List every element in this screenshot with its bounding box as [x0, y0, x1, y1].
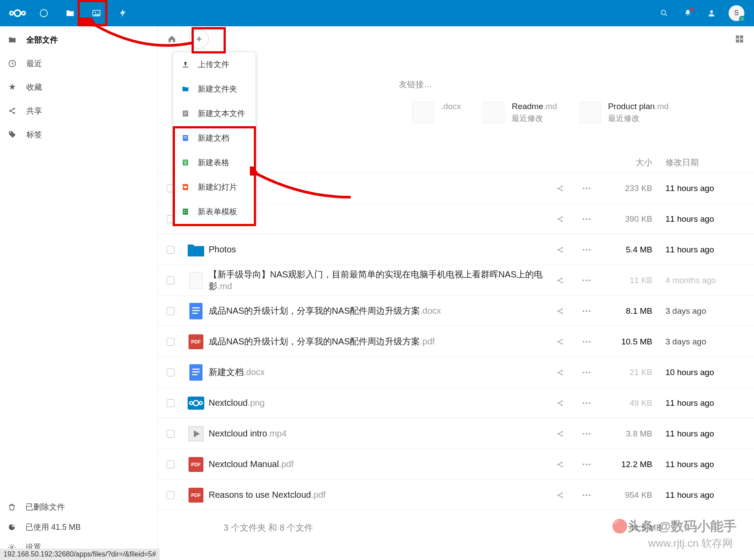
more-icon[interactable]	[573, 340, 600, 343]
file-row[interactable]: PDFReasons to use Nextcloud.pdf954 KB11 …	[158, 479, 754, 510]
more-icon[interactable]	[573, 310, 600, 312]
file-row[interactable]: 【新手级导向】NAS观影入门，目前最简单的实现在电脑手机电视上看群晖NAS上的电…	[158, 265, 754, 295]
file-row[interactable]: PDF成品NAS的升级计划，分享我的NAS配件周边升级方案.pdf10.5 MB…	[158, 326, 754, 357]
dashboard-app-icon[interactable]	[31, 0, 57, 26]
file-date: 11 hours ago	[665, 429, 744, 439]
share-icon[interactable]	[547, 215, 573, 223]
file-name[interactable]: Photos	[209, 245, 547, 255]
row-checkbox[interactable]	[158, 461, 183, 468]
row-checkbox[interactable]	[158, 276, 183, 284]
svg-point-12	[10, 132, 11, 134]
svg-point-42	[586, 280, 587, 281]
file-name[interactable]: 成品NAS的升级计划，分享我的NAS配件周边升级方案.pdf	[209, 336, 547, 347]
form-icon	[181, 207, 190, 216]
file-name[interactable]: 成品NAS的升级计划，分享我的NAS配件周边升级方案.docx	[209, 305, 547, 317]
folder-icon	[181, 85, 190, 93]
row-checkbox[interactable]	[158, 399, 183, 407]
file-type-icon	[183, 397, 209, 410]
sidebar-item-tags[interactable]: 标签	[0, 123, 157, 146]
menu-new-sheet[interactable]: 新建表格	[173, 150, 256, 175]
user-avatar[interactable]: S	[729, 5, 744, 21]
header-size[interactable]: 大小	[600, 157, 665, 168]
file-row[interactable]: Photos5.4 MB11 hours ago	[158, 234, 754, 265]
reco-card[interactable]: Product plan.md最近修改	[579, 102, 669, 124]
more-icon[interactable]	[573, 494, 600, 496]
sidebar-item-favorites[interactable]: 收藏	[0, 75, 157, 99]
menu-new-folder[interactable]: 新建文件夹	[173, 77, 256, 101]
home-icon[interactable]	[167, 34, 177, 44]
svg-point-96	[583, 494, 584, 496]
sidebar-deleted-button[interactable]: 已删除文件	[0, 497, 157, 517]
reco-card[interactable]: Readme.md最近修改	[483, 102, 557, 124]
row-checkbox[interactable]	[158, 307, 183, 315]
new-button[interactable]	[189, 29, 209, 49]
row-checkbox[interactable]	[158, 338, 183, 346]
file-row[interactable]: PDFNextcloud Manual.pdf12.2 MB11 hours a…	[158, 449, 754, 479]
file-name[interactable]: Reasons to use Nextcloud.pdf	[209, 490, 547, 500]
file-size: 233 KB	[600, 184, 665, 193]
svg-point-6	[661, 10, 665, 14]
svg-point-28	[583, 218, 584, 220]
share-icon[interactable]	[547, 369, 573, 376]
file-row[interactable]: 新建文档.docx21 KB10 hours ago	[158, 357, 754, 387]
menu-new-form[interactable]: 新表单模板	[173, 199, 256, 224]
files-app-icon[interactable]	[57, 0, 83, 26]
sidebar-item-shares[interactable]: 共享	[0, 99, 157, 123]
file-date: 3 days ago	[665, 306, 744, 316]
more-icon[interactable]	[573, 402, 600, 404]
view-toggle-icon[interactable]	[735, 34, 744, 46]
more-icon[interactable]	[573, 279, 600, 282]
share-icon[interactable]	[547, 338, 573, 346]
menu-new-doc[interactable]: 新建文档	[173, 126, 256, 150]
share-icon[interactable]	[547, 276, 573, 284]
header-date[interactable]: 修改日期	[665, 157, 744, 168]
row-checkbox[interactable]	[158, 430, 183, 438]
notification-dot	[690, 8, 694, 11]
file-size: 49 KB	[600, 398, 665, 408]
share-icon[interactable]	[547, 491, 573, 499]
share-icon[interactable]	[547, 430, 573, 438]
file-row[interactable]: Nextcloud intro.mp43.8 MB11 hours ago	[158, 418, 754, 449]
file-name[interactable]: Nextcloud.png	[209, 398, 547, 408]
nextcloud-logo[interactable]	[4, 0, 31, 26]
row-checkbox[interactable]	[158, 491, 183, 499]
menu-upload[interactable]: 上传文件	[173, 52, 256, 77]
notifications-icon[interactable]	[676, 0, 700, 26]
svg-rect-16	[740, 35, 743, 39]
more-icon[interactable]	[573, 432, 600, 435]
file-name[interactable]: Nextcloud Manual.pdf	[209, 459, 547, 469]
file-name[interactable]: ts	[209, 214, 547, 224]
file-size: 8.1 MB	[600, 306, 665, 316]
file-row[interactable]: 成品NAS的升级计划，分享我的NAS配件周边升级方案.docx8.1 MB3 d…	[158, 295, 754, 326]
more-icon[interactable]	[573, 463, 600, 466]
activity-app-icon[interactable]	[110, 0, 136, 26]
svg-rect-61	[192, 369, 200, 370]
file-name[interactable]: 【新手级导向】NAS观影入门，目前最简单的实现在电脑手机电视上看群晖NAS上的电…	[209, 269, 547, 292]
share-icon[interactable]	[547, 246, 573, 254]
menu-new-text[interactable]: 新建文本文件	[173, 101, 256, 126]
row-checkbox[interactable]	[158, 246, 183, 254]
share-icon[interactable]	[547, 399, 573, 407]
share-icon[interactable]	[547, 184, 573, 192]
reco-card[interactable]: .docx	[412, 102, 461, 124]
menu-new-slide[interactable]: 新建幻灯片	[173, 175, 256, 199]
photos-app-icon[interactable]	[83, 0, 110, 26]
sidebar-item-all-files[interactable]: 全部文件	[0, 28, 157, 52]
file-size: 10.5 MB	[600, 337, 665, 347]
share-icon[interactable]	[547, 461, 573, 468]
sidebar-item-recent[interactable]: 最近	[0, 52, 157, 75]
svg-point-2	[22, 11, 25, 15]
file-name[interactable]: 新建文档.docx	[209, 366, 547, 378]
svg-point-67	[583, 372, 584, 373]
search-icon[interactable]	[652, 0, 676, 26]
file-row[interactable]: Nextcloud.png49 KB11 hours ago	[158, 387, 754, 418]
breadcrumb-bar	[158, 26, 754, 52]
more-icon[interactable]	[573, 218, 600, 220]
more-icon[interactable]	[573, 248, 600, 251]
more-icon[interactable]	[573, 371, 600, 374]
share-icon[interactable]	[547, 307, 573, 315]
contacts-icon[interactable]	[700, 0, 723, 26]
more-icon[interactable]	[573, 187, 600, 190]
file-name[interactable]: Nextcloud intro.mp4	[209, 429, 547, 439]
row-checkbox[interactable]	[158, 369, 183, 376]
